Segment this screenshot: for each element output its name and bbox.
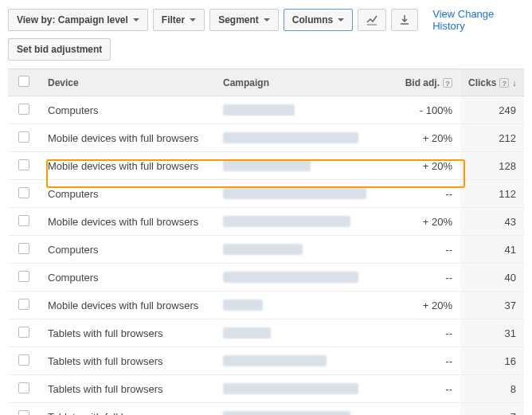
cell-device: Mobile devices with full browsers	[40, 292, 215, 319]
cell-bid-adj[interactable]: + 20%	[381, 152, 460, 180]
cell-bid-adj[interactable]: --	[381, 236, 460, 264]
table-row: Tablets with full browsers--16	[8, 347, 524, 375]
cell-device: Tablets with full browsers	[40, 375, 215, 403]
cell-campaign	[215, 292, 381, 319]
segment-label: Segment	[218, 14, 259, 25]
cell-clicks: 37	[460, 292, 524, 319]
cell-device: Computers	[40, 180, 215, 208]
columns-dropdown[interactable]: Columns	[284, 9, 353, 31]
help-icon[interactable]: ?	[499, 78, 509, 88]
table-row: Computers--40	[8, 264, 524, 292]
cell-campaign	[215, 403, 381, 416]
cell-clicks: 128	[460, 152, 524, 180]
cell-bid-adj[interactable]: --	[381, 319, 460, 347]
caret-down-icon	[338, 18, 344, 22]
table-row: Tablets with full browsers--7	[8, 403, 524, 416]
row-checkbox[interactable]	[18, 271, 29, 282]
download-button[interactable]	[391, 9, 418, 31]
row-checkbox[interactable]	[18, 410, 29, 416]
cell-campaign	[215, 152, 381, 180]
view-by-label: View by: Campaign level	[17, 14, 128, 25]
cell-bid-adj[interactable]: + 20%	[381, 124, 460, 152]
filter-label: Filter	[162, 14, 185, 25]
cell-clicks: 112	[460, 180, 524, 208]
filter-dropdown[interactable]: Filter	[153, 9, 205, 31]
help-icon[interactable]: ?	[443, 78, 452, 88]
cell-device: Tablets with full browsers	[40, 319, 215, 347]
cell-bid-adj[interactable]: + 20%	[381, 292, 460, 319]
cell-clicks: 40	[460, 264, 524, 292]
cell-bid-adj[interactable]: - 100%	[381, 96, 460, 124]
cell-bid-adj[interactable]: --	[381, 375, 460, 403]
chart-button[interactable]	[358, 9, 386, 31]
caret-down-icon	[190, 18, 196, 22]
cell-device: Computers	[40, 96, 215, 124]
cell-device: Tablets with full browsers	[40, 347, 215, 375]
cell-clicks: 212	[460, 124, 524, 152]
table-row: Mobile devices with full browsers+ 20%12…	[8, 152, 524, 180]
cell-clicks: 43	[460, 208, 524, 236]
header-clicks[interactable]: Clicks?↓	[460, 69, 524, 96]
caret-down-icon	[133, 18, 139, 22]
cell-campaign	[215, 347, 381, 375]
header-device[interactable]: Device	[40, 69, 215, 96]
view-by-dropdown[interactable]: View by: Campaign level	[8, 9, 148, 31]
download-icon	[400, 14, 409, 25]
cell-clicks: 16	[460, 347, 524, 375]
cell-device: Mobile devices with full browsers	[40, 152, 215, 180]
table-row: Mobile devices with full browsers+ 20%37	[8, 292, 524, 319]
columns-label: Columns	[292, 14, 333, 25]
cell-bid-adj[interactable]: + 20%	[381, 208, 460, 236]
cell-campaign	[215, 375, 381, 403]
view-history-link[interactable]: View Change History	[432, 8, 524, 32]
segment-dropdown[interactable]: Segment	[209, 9, 279, 31]
row-checkbox[interactable]	[18, 159, 29, 170]
cell-clicks: 31	[460, 319, 524, 347]
cell-device: Mobile devices with full browsers	[40, 208, 215, 236]
row-checkbox[interactable]	[18, 187, 29, 198]
cell-clicks: 7	[460, 403, 524, 416]
select-all-checkbox[interactable]	[18, 76, 29, 87]
cell-device: Computers	[40, 236, 215, 264]
row-checkbox[interactable]	[18, 131, 29, 143]
table-row: Mobile devices with full browsers+ 20%43	[8, 208, 524, 236]
row-checkbox[interactable]	[18, 243, 29, 254]
row-checkbox[interactable]	[18, 354, 29, 366]
cell-campaign	[215, 319, 381, 347]
data-table: Device Campaign Bid adj.? Clicks?↓ Compu…	[8, 69, 524, 415]
cell-device: Computers	[40, 264, 215, 292]
cell-clicks: 41	[460, 236, 524, 264]
cell-clicks: 8	[460, 375, 524, 403]
table-row: Mobile devices with full browsers+ 20%21…	[8, 124, 524, 152]
chart-icon	[366, 14, 377, 25]
table-row: Tablets with full browsers--31	[8, 319, 524, 347]
table-row: Computers--112	[8, 180, 524, 208]
cell-campaign	[215, 236, 381, 264]
cell-device: Tablets with full browsers	[40, 403, 215, 416]
row-checkbox[interactable]	[18, 299, 29, 310]
cell-campaign	[215, 180, 381, 208]
cell-campaign	[215, 124, 381, 152]
cell-campaign	[215, 96, 381, 124]
cell-campaign	[215, 264, 381, 292]
set-bid-label: Set bid adjustment	[17, 44, 102, 55]
header-campaign[interactable]: Campaign	[215, 69, 381, 96]
row-checkbox[interactable]	[18, 215, 29, 226]
cell-bid-adj[interactable]: --	[381, 347, 460, 375]
cell-bid-adj[interactable]: --	[381, 180, 460, 208]
row-checkbox[interactable]	[18, 327, 29, 338]
cell-device: Mobile devices with full browsers	[40, 124, 215, 152]
header-bid-adj[interactable]: Bid adj.?	[381, 69, 460, 96]
table-row: Computers- 100%249	[8, 96, 524, 124]
cell-bid-adj[interactable]: --	[381, 264, 460, 292]
cell-bid-adj[interactable]: --	[381, 403, 460, 416]
caret-down-icon	[264, 18, 270, 22]
set-bid-adjustment-button[interactable]: Set bid adjustment	[8, 38, 111, 61]
cell-clicks: 249	[460, 96, 524, 124]
table-row: Tablets with full browsers--8	[8, 375, 524, 403]
sort-desc-icon: ↓	[512, 78, 517, 88]
cell-campaign	[215, 208, 381, 236]
row-checkbox[interactable]	[18, 104, 29, 115]
table-row: Computers--41	[8, 236, 524, 264]
row-checkbox[interactable]	[18, 382, 29, 393]
